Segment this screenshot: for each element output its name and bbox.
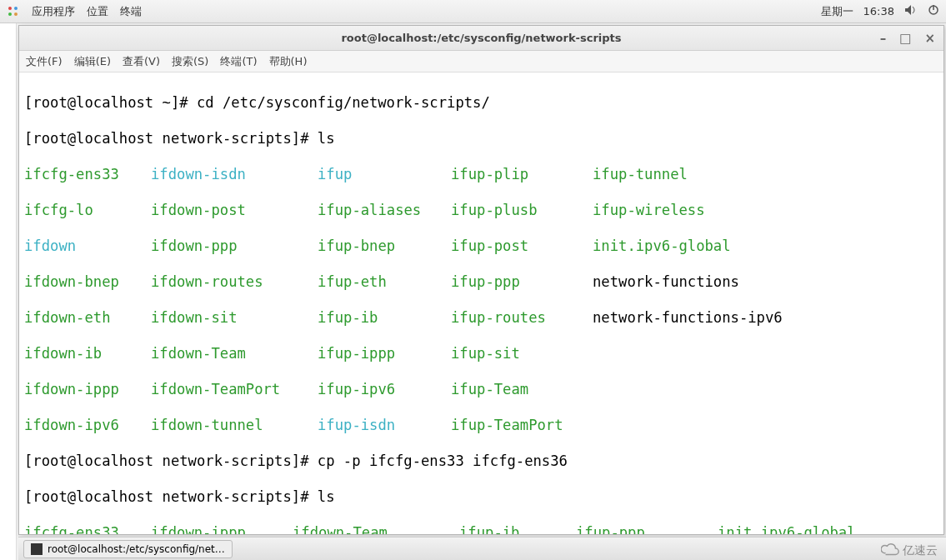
menu-view[interactable]: 查看(V) (123, 54, 160, 69)
file: ifup-sit (451, 345, 593, 363)
file: ifdown-routes (151, 273, 318, 292)
svg-point-2 (8, 12, 12, 16)
file: ifdown-TeamPort (151, 381, 318, 399)
file: ifcfg-ens33 (24, 524, 151, 535)
cmd: ls (318, 488, 335, 507)
menu-file[interactable]: 文件(F) (26, 54, 63, 69)
taskbar: root@localhost:/etc/sysconfig/net… (18, 537, 946, 560)
prompt: [root@localhost network-scripts]# (24, 488, 318, 507)
menu-terminal[interactable]: 终端(T) (220, 54, 257, 69)
apps-menu-icon[interactable] (7, 5, 20, 18)
file: ifdown-Team (151, 345, 318, 363)
menu-edit[interactable]: 编辑(E) (74, 54, 111, 69)
cmd: cp -p ifcfg-ens33 ifcfg-ens36 (318, 452, 568, 471)
file: ifdown-tunnel (151, 417, 318, 435)
prompt: [root@localhost network-scripts]# (24, 452, 318, 471)
file: ifdown-ippp (151, 524, 293, 535)
taskbar-label: root@localhost:/etc/sysconfig/net… (48, 543, 225, 555)
terminal-window: root@localhost:/etc/sysconfig/network-sc… (18, 25, 944, 535)
file: ifup-ib (459, 524, 576, 535)
close-button[interactable]: × (921, 31, 938, 46)
file: ifdown-ippp (24, 381, 151, 399)
svg-point-0 (8, 7, 12, 10)
file: ifup-aliases (318, 202, 451, 220)
file: ifup-post (451, 238, 593, 256)
file: ifup-eth (318, 273, 451, 292)
file: init.ipv6-global (593, 238, 731, 256)
file: ifup-bnep (318, 238, 451, 256)
prompt: [root@localhost network-scripts]# (24, 130, 318, 148)
clock-time: 16:38 (863, 5, 894, 18)
power-icon[interactable] (928, 4, 939, 18)
file: ifup-TeamPort (451, 417, 593, 435)
svg-point-3 (14, 12, 18, 16)
file: ifdown-ppp (151, 238, 318, 256)
file: ifup-ppp (576, 524, 718, 535)
file: ifdown-isdn (151, 166, 318, 184)
places-menu[interactable]: 位置 (87, 4, 108, 19)
terminal-menu[interactable]: 终端 (120, 4, 142, 19)
file: ifdown-Team (293, 524, 459, 535)
file: ifup-plusb (451, 202, 593, 220)
cmd: cd /etc/sysconfig/network-scripts/ (197, 94, 490, 112)
volume-icon[interactable] (904, 4, 918, 18)
file: ifup-ipv6 (318, 381, 451, 399)
left-gutter (0, 23, 17, 560)
file: ifup-Team (451, 381, 593, 399)
file: network-functions-ipv6 (593, 309, 783, 328)
maximize-button[interactable]: □ (896, 31, 914, 46)
window-title: root@localhost:/etc/sysconfig/network-sc… (341, 32, 621, 44)
file: ifup (318, 166, 451, 184)
cloud-icon (881, 542, 899, 558)
file: ifup-ippp (318, 345, 451, 363)
file: ifup-ppp (451, 273, 593, 292)
apps-menu[interactable]: 应用程序 (32, 4, 75, 19)
prompt: [root@localhost ~]# (24, 94, 197, 112)
file: ifcfg-ens33 (24, 166, 151, 184)
file: ifdown-bnep (24, 273, 151, 292)
file: ifup-routes (451, 309, 593, 328)
svg-point-1 (14, 7, 18, 10)
cmd: ls (318, 130, 335, 148)
file: ifup-wireless (593, 202, 705, 220)
window-titlebar[interactable]: root@localhost:/etc/sysconfig/network-sc… (19, 26, 943, 51)
clock-day: 星期一 (821, 4, 853, 19)
file: ifdown-eth (24, 309, 151, 328)
file: ifup-ib (318, 309, 451, 328)
file: ifup-tunnel (593, 166, 688, 184)
file: init.ipv6-global (718, 524, 856, 535)
file: network-functions (593, 273, 739, 292)
menu-search[interactable]: 搜索(S) (172, 54, 208, 69)
file: ifup-plip (451, 166, 593, 184)
taskbar-terminal-button[interactable]: root@localhost:/etc/sysconfig/net… (23, 540, 233, 558)
minimize-button[interactable]: – (877, 31, 890, 46)
file: ifcfg-lo (24, 202, 151, 220)
file: ifdown-ib (24, 345, 151, 363)
desktop-topbar: 应用程序 位置 终端 星期一 16:38 (0, 0, 946, 23)
terminal-output[interactable]: [root@localhost ~]# cd /etc/sysconfig/ne… (19, 72, 943, 534)
file: ifdown-post (151, 202, 318, 220)
watermark: 亿速云 (881, 542, 938, 558)
watermark-text: 亿速云 (903, 543, 938, 558)
file: ifdown-ipv6 (24, 417, 151, 435)
file: ifup-isdn (318, 417, 451, 435)
file: ifdown-sit (151, 309, 318, 328)
terminal-icon (31, 543, 43, 555)
menu-help[interactable]: 帮助(H) (269, 54, 308, 69)
terminal-menubar: 文件(F) 编辑(E) 查看(V) 搜索(S) 终端(T) 帮助(H) (19, 51, 943, 72)
file: ifdown (24, 238, 151, 256)
